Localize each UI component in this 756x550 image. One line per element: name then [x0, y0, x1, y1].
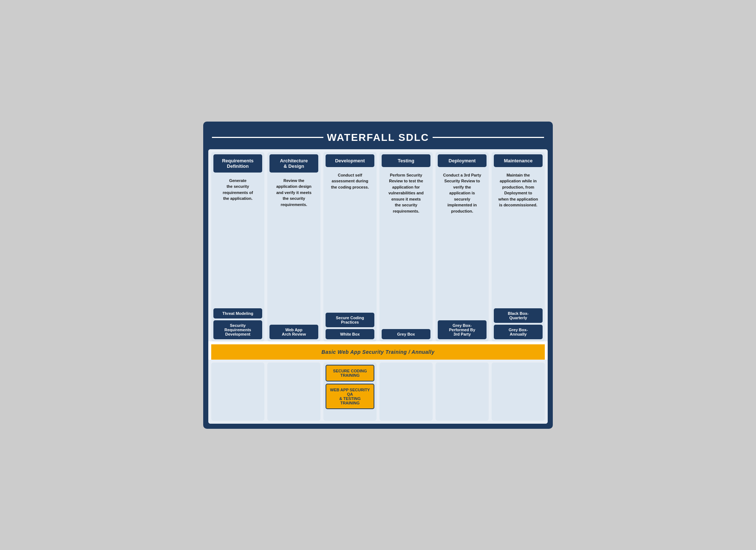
col-tag-architecture-0: Web App Arch Review [269, 325, 318, 339]
col-development: DevelopmentConduct self assessment durin… [323, 152, 377, 341]
bottom-training-tag-0: SECURE CODING TRAINING [326, 365, 374, 381]
col-header-requirements: Requirements Definition [213, 154, 262, 173]
bottom-col-development: SECURE CODING TRAININGWEB APP SECURITY Q… [323, 363, 377, 421]
col-bottom-requirements: Threat ModelingSecurity Requirements Dev… [213, 308, 262, 339]
main-title: WATERFALL SDLC [327, 132, 429, 143]
col-bottom-maintenance: Black Box- QuarterlyGrey Box- Annually [494, 308, 543, 339]
col-tag-maintenance-1: Grey Box- Annually [494, 325, 543, 339]
bottom-col-testing [379, 363, 433, 421]
col-tag-maintenance-0: Black Box- Quarterly [494, 308, 543, 323]
diagram-wrapper: WATERFALL SDLC Requirements DefinitionGe… [203, 122, 553, 429]
title-bar: WATERFALL SDLC [208, 127, 548, 147]
col-tag-requirements-1: Security Requirements Development [213, 320, 262, 339]
columns-section: Requirements DefinitionGenerate the secu… [208, 149, 548, 341]
training-bar-text: Basic Web App Security Training / Annual… [322, 349, 434, 355]
col-deployment: DeploymentConduct a 3rd Party Security R… [436, 152, 489, 341]
col-tag-development-0: Secure Coding Practices [326, 313, 374, 327]
col-tag-development-1: White Box [326, 329, 374, 339]
bottom-col-architecture [267, 363, 320, 421]
col-body-requirements: Generate the security requirements of th… [213, 176, 262, 308]
bottom-training-tag-1: WEB APP SECURITY QA & TESTING TRAINING [326, 384, 374, 409]
col-bottom-deployment: Grey Box- Performed By 3rd Party [438, 320, 487, 339]
col-bottom-testing: Grey Box [382, 329, 430, 339]
bottom-col-maintenance [492, 363, 545, 421]
col-body-maintenance: Maintain the application while in produc… [494, 171, 543, 308]
col-maintenance: MaintenanceMaintain the application whil… [492, 152, 545, 341]
training-bar: Basic Web App Security Training / Annual… [211, 344, 545, 360]
col-body-deployment: Conduct a 3rd Party Security Review to v… [438, 171, 487, 320]
col-architecture: Architecture & DesignReview the applicat… [267, 152, 320, 341]
col-body-testing: Perform Security Review to test the appl… [382, 171, 430, 329]
col-header-deployment: Deployment [438, 154, 487, 167]
col-tag-testing-0: Grey Box [382, 329, 430, 339]
bottom-col-deployment [436, 363, 489, 421]
col-testing: TestingPerform Security Review to test t… [379, 152, 433, 341]
col-header-maintenance: Maintenance [494, 154, 543, 167]
title-line-left [212, 137, 323, 138]
col-header-architecture: Architecture & Design [269, 154, 318, 173]
col-requirements: Requirements DefinitionGenerate the secu… [211, 152, 264, 341]
col-body-architecture: Review the application design and verify… [269, 176, 318, 325]
col-bottom-development: Secure Coding PracticesWhite Box [326, 313, 374, 339]
col-header-development: Development [326, 154, 374, 167]
col-tag-deployment-0: Grey Box- Performed By 3rd Party [438, 320, 487, 339]
col-body-development: Conduct self assessment during the codin… [326, 171, 374, 313]
col-tag-requirements-0: Threat Modeling [213, 308, 262, 318]
col-bottom-architecture: Web App Arch Review [269, 325, 318, 339]
bottom-section: SECURE CODING TRAININGWEB APP SECURITY Q… [208, 360, 548, 424]
bottom-col-requirements [211, 363, 264, 421]
title-line-right [433, 137, 544, 138]
main-area: Requirements DefinitionGenerate the secu… [208, 149, 548, 424]
col-header-testing: Testing [382, 154, 430, 167]
